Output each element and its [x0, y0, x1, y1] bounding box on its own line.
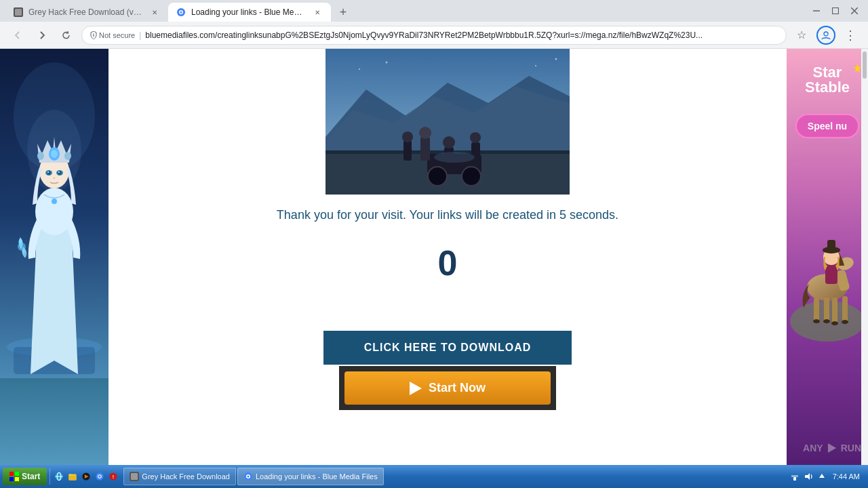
- play-icon: [410, 382, 422, 395]
- page-content: Thank you for your visit. Your links wil…: [0, 49, 868, 488]
- svg-rect-67: [825, 264, 837, 284]
- svg-text:Stable: Stable: [805, 79, 850, 96]
- win-logo-yellow: [15, 477, 19, 481]
- svg-point-44: [443, 136, 455, 148]
- close-button[interactable]: [846, 5, 863, 16]
- tab2-title: Loading your links - Blue Media Files: [191, 7, 307, 17]
- back-button[interactable]: [8, 26, 27, 45]
- system-clock: 7:44 AM: [830, 472, 863, 481]
- svg-point-42: [419, 127, 431, 139]
- tray-notifications-icon[interactable]: [816, 471, 827, 482]
- maximize-button[interactable]: [827, 5, 844, 16]
- security-text: Not secure: [99, 31, 135, 39]
- start-button[interactable]: Start: [3, 468, 47, 485]
- taskbar-chrome-icon[interactable]: [95, 472, 104, 481]
- tab2-favicon: [176, 7, 186, 17]
- tab-grey-hack[interactable]: Grey Hack Free Download (v0.7.29... ✕: [5, 3, 168, 22]
- ad-right[interactable]: Star Stable Speel nu: [787, 49, 868, 488]
- speel-nu-button[interactable]: Speel nu: [795, 114, 859, 138]
- tray-volume-icon[interactable]: [803, 471, 814, 482]
- svg-point-28: [58, 171, 60, 173]
- start-now-bar: Start Now: [339, 366, 556, 410]
- anyrun-text: ANY: [803, 443, 823, 453]
- ad-left-character: [0, 49, 108, 488]
- ad-left[interactable]: [0, 49, 108, 488]
- svg-point-50: [535, 65, 536, 66]
- taskbar-explorer-icon[interactable]: [68, 472, 77, 481]
- ad-right-inner: Star Stable Speel nu: [787, 49, 868, 488]
- svg-point-30: [18, 243, 26, 251]
- svg-rect-61: [832, 298, 837, 323]
- svg-marker-92: [819, 474, 825, 478]
- svg-point-20: [51, 150, 58, 158]
- tab1-close-button[interactable]: ✕: [149, 7, 160, 18]
- tab-blue-media[interactable]: Loading your links - Blue Media Files ✕: [168, 3, 331, 22]
- svg-rect-70: [827, 240, 835, 251]
- forward-button[interactable]: [33, 26, 52, 45]
- download-button[interactable]: CLICK HERE TO DOWNLOAD: [323, 331, 572, 365]
- window-controls: [808, 5, 863, 16]
- address-bar: Not secure | bluemediafiles.com/creating…: [0, 22, 868, 49]
- minimize-button[interactable]: [808, 5, 825, 16]
- tab2-close-button[interactable]: ✕: [312, 7, 323, 18]
- svg-point-49: [386, 62, 388, 64]
- svg-rect-85: [131, 473, 138, 480]
- taskbar-item-grey[interactable]: Grey Hack Free Download: [123, 468, 236, 485]
- svg-point-4: [180, 12, 182, 14]
- tray-network-icon[interactable]: [789, 471, 800, 482]
- menu-button[interactable]: ⋮: [841, 26, 860, 45]
- svg-rect-76: [69, 476, 77, 481]
- taskbar-item-blue-media[interactable]: Loading your links - Blue Media Files: [237, 468, 384, 485]
- thank-you-text: Thank you for your visit. Your links wil…: [277, 208, 618, 222]
- svg-rect-59: [814, 298, 819, 321]
- svg-point-88: [247, 476, 249, 478]
- taskbar-item1-label: Grey Hack Free Download: [142, 472, 230, 481]
- svg-point-51: [555, 58, 557, 60]
- taskbar-media-icon[interactable]: [81, 472, 91, 481]
- taskbar-ie-icon[interactable]: [54, 472, 64, 481]
- scrollbar[interactable]: [861, 49, 868, 465]
- taskbar-divider: [50, 468, 50, 485]
- svg-point-25: [47, 171, 51, 175]
- title-bar: Grey Hack Free Download (v0.7.29... ✕ Lo…: [0, 0, 868, 22]
- taskbar-item2-label: Loading your links - Blue Media Files: [256, 472, 378, 481]
- svg-rect-41: [420, 137, 430, 161]
- svg-point-40: [402, 131, 413, 142]
- security-indicator: Not secure: [90, 31, 135, 39]
- taskbar: Start ! Grey Hack Free Download Loading …: [0, 465, 868, 488]
- taskbar-antivirus-icon[interactable]: !: [108, 472, 118, 481]
- countdown-display: 0: [438, 243, 458, 283]
- starstable-illustration: [790, 152, 865, 342]
- svg-text:!: !: [113, 474, 114, 479]
- svg-rect-45: [471, 142, 480, 164]
- new-tab-button[interactable]: +: [334, 3, 353, 22]
- start-now-button[interactable]: Start Now: [344, 371, 551, 405]
- tab1-favicon: [14, 7, 23, 17]
- tab1-title: Grey Hack Free Download (v0.7.29...: [28, 7, 144, 17]
- center-content: Thank you for your visit. Your links wil…: [108, 49, 787, 488]
- svg-rect-60: [824, 298, 829, 321]
- svg-marker-91: [805, 473, 810, 480]
- svg-point-47: [434, 152, 475, 163]
- svg-marker-54: [853, 64, 861, 73]
- profile-button[interactable]: [816, 26, 835, 45]
- svg-point-26: [58, 171, 62, 175]
- scrollbar-thumb[interactable]: [863, 52, 867, 79]
- svg-point-37: [428, 167, 447, 186]
- svg-point-21: [37, 152, 44, 160]
- svg-rect-90: [791, 475, 798, 477]
- svg-point-22: [64, 152, 71, 160]
- tabs-container: Grey Hack Free Download (v0.7.29... ✕ Lo…: [5, 0, 806, 22]
- url-divider: |: [139, 30, 141, 40]
- svg-point-46: [470, 132, 481, 143]
- win-logo-green: [15, 472, 19, 476]
- svg-marker-71: [828, 443, 836, 453]
- bookmark-button[interactable]: ☆: [792, 26, 811, 45]
- browser-frame: Grey Hack Free Download (v0.7.29... ✕ Lo…: [0, 0, 868, 488]
- svg-rect-6: [833, 8, 839, 14]
- url-bar[interactable]: Not secure | bluemediafiles.com/creating…: [81, 26, 787, 45]
- svg-point-66: [842, 320, 848, 324]
- svg-point-81: [99, 475, 102, 478]
- svg-rect-39: [403, 140, 412, 161]
- reload-button[interactable]: [57, 26, 76, 45]
